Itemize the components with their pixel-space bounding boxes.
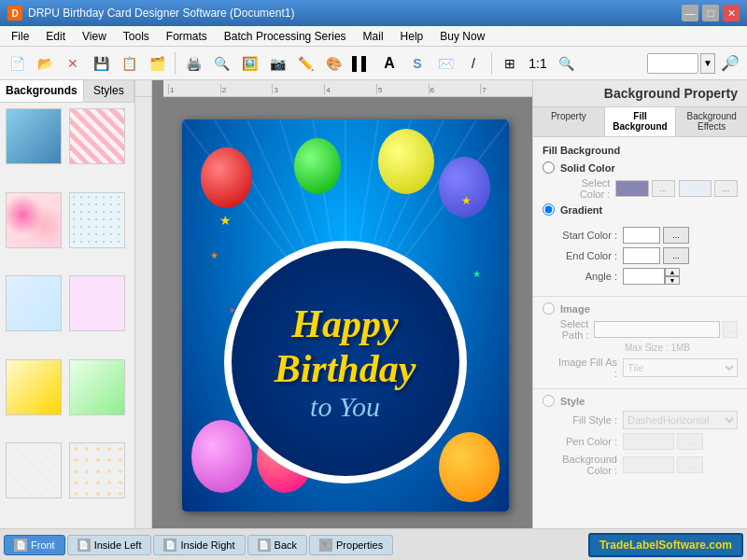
angle-label: Angle : [557, 271, 623, 282]
new-button[interactable]: 📄 [4, 50, 30, 77]
inside-right-icon: 📄 [163, 539, 176, 552]
table-button[interactable]: ⊞ [497, 50, 523, 77]
titlebar: D DRPU Birthday Card Designer Software (… [0, 0, 747, 26]
menu-help[interactable]: Help [393, 28, 431, 45]
wordart-button[interactable]: S [404, 50, 430, 77]
open-button[interactable]: 📂 [32, 50, 58, 77]
tab-background-effects[interactable]: Background Effects [676, 107, 747, 136]
bg-thumb-7[interactable] [6, 359, 62, 415]
menu-buynow[interactable]: Buy Now [432, 28, 492, 45]
fill-as-select: Tile [623, 358, 738, 377]
ruler-mark-6: 6 [429, 84, 481, 94]
bg-thumb-9[interactable] [6, 442, 62, 498]
select-path-label: Select Path : [557, 318, 594, 341]
solid-color-browse2[interactable]: ... [714, 180, 738, 197]
zoom-dropdown[interactable]: ▼ [700, 53, 715, 74]
path-browse[interactable]: ... [723, 321, 738, 338]
angle-up[interactable]: ▲ [665, 268, 680, 276]
titlebar-controls[interactable]: — □ ✕ [682, 5, 740, 21]
angle-down[interactable]: ▼ [665, 276, 680, 285]
save-button[interactable]: 💾 [88, 50, 114, 77]
close-doc-button[interactable]: ✕ [60, 50, 86, 77]
canvas-inner: ★ ★ ★ ★ ★ ★ Happy Birthday to You [158, 103, 532, 528]
tab-back[interactable]: 📄 Back [247, 535, 307, 555]
zoom-out-button[interactable]: 🔎 [717, 50, 743, 77]
bg-thumb-1[interactable] [6, 108, 62, 164]
menu-tools[interactable]: Tools [116, 28, 157, 45]
text-button[interactable]: A [376, 50, 402, 77]
close-button[interactable]: ✕ [723, 5, 740, 21]
angle-input[interactable]: 359 [623, 268, 665, 285]
brand-box: TradeLabelSoftware.com [588, 533, 743, 557]
gradient-section: Start Color : ... End Color : ... Angle … [533, 227, 747, 297]
paint-button[interactable]: 🎨 [320, 50, 346, 77]
fit-button[interactable]: 1:1 [525, 50, 551, 77]
maxsize-row: Max Size : 1MB [543, 343, 738, 353]
start-color-swatch[interactable] [623, 227, 660, 244]
canvas-area: 1 2 3 4 5 6 7 [135, 80, 532, 528]
email-button[interactable]: ✉️ [432, 50, 458, 77]
card-text-birthday: Birthday [275, 346, 416, 391]
bg-thumb-6[interactable] [69, 275, 125, 331]
bg-thumb-3[interactable] [6, 192, 62, 248]
menu-file[interactable]: File [4, 28, 36, 45]
bg-thumb-8[interactable] [69, 359, 125, 415]
bg-thumb-5[interactable] [6, 275, 62, 331]
bg-color-swatch [623, 456, 674, 473]
tab-backgrounds[interactable]: Backgrounds [0, 80, 84, 102]
menu-batch[interactable]: Batch Processing Series [217, 28, 354, 45]
tab-fill-background[interactable]: Fill Background [605, 107, 677, 136]
image-button[interactable]: 📷 [264, 50, 290, 77]
fill-style-select: DashedHorizontal [623, 411, 738, 429]
toolbar-sep-2 [491, 52, 492, 75]
print-preview-button[interactable]: 🔍 [208, 50, 234, 77]
solid-color-label: Solid Color [560, 162, 615, 174]
panel-title: Background Property [533, 80, 747, 107]
fill-style-label: Fill Style : [557, 414, 623, 426]
menu-edit[interactable]: Edit [38, 28, 73, 45]
properties-icon: 🔧 [319, 539, 332, 552]
print-button[interactable]: 🖨️ [180, 50, 206, 77]
end-color-browse[interactable]: ... [663, 247, 689, 264]
tab-properties[interactable]: 🔧 Properties [309, 535, 393, 555]
app-icon: D [7, 6, 22, 21]
solid-color-browse[interactable]: ... [652, 180, 675, 197]
style-radio[interactable] [543, 395, 555, 407]
solid-color-radio[interactable] [543, 161, 555, 174]
angle-row: Angle : 359 ▲ ▼ [543, 268, 738, 285]
image-radio[interactable] [543, 302, 555, 315]
zoom-in-button[interactable]: 🔍 [553, 50, 579, 77]
pen-color-label: Pen Color : [557, 436, 623, 447]
tab-property[interactable]: Property [533, 107, 605, 136]
tab-styles[interactable]: Styles [84, 80, 134, 102]
solid-color-swatch[interactable] [615, 180, 648, 197]
solid-color-row: Solid Color [543, 161, 738, 174]
start-color-browse[interactable]: ... [663, 227, 689, 244]
gradient-label: Gradient [560, 204, 602, 216]
tab-inside-left[interactable]: 📄 Inside Left [67, 535, 152, 555]
shape-button[interactable]: / [460, 50, 486, 77]
save-as-button[interactable]: 📋 [116, 50, 142, 77]
menu-mail[interactable]: Mail [356, 28, 391, 45]
tab-inside-right[interactable]: 📄 Inside Right [153, 535, 245, 555]
bg-color-browse: ... [677, 456, 703, 473]
draw-button[interactable]: ✏️ [292, 50, 318, 77]
tab-front[interactable]: 📄 Front [4, 535, 65, 555]
card-text-happy: Happy [291, 301, 398, 346]
solid-color-swatch2[interactable] [679, 180, 712, 197]
save-all-button[interactable]: 🗂️ [144, 50, 170, 77]
gradient-radio[interactable] [543, 203, 555, 216]
photo-button[interactable]: 🖼️ [236, 50, 262, 77]
bg-thumb-4[interactable] [69, 192, 125, 248]
maximize-button[interactable]: □ [702, 5, 719, 21]
zoom-input[interactable]: 150% [647, 53, 698, 74]
bg-thumb-2[interactable] [69, 108, 125, 164]
style-radio-row: Style [543, 395, 738, 407]
minimize-button[interactable]: — [682, 5, 698, 21]
bg-thumb-10[interactable] [69, 442, 125, 498]
menu-formats[interactable]: Formats [159, 28, 215, 45]
balloon-blue [439, 157, 490, 217]
end-color-swatch[interactable] [623, 247, 660, 264]
menu-view[interactable]: View [75, 28, 114, 45]
barcode-button[interactable]: ▌▌ [348, 50, 374, 77]
